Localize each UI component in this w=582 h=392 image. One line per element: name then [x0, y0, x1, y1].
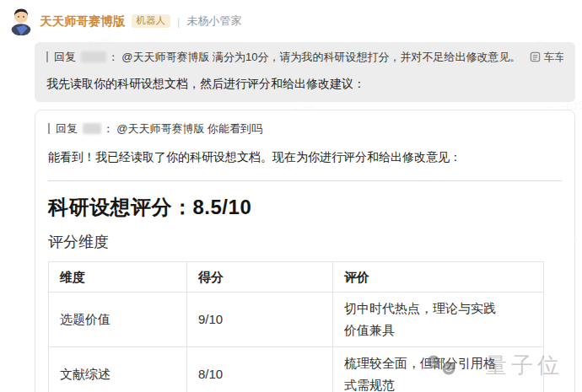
quote-bar — [48, 123, 50, 134]
quoted-topic-link[interactable]: 车车的科研设想 — [521, 51, 563, 63]
col-header-dimension: 维度 — [49, 262, 187, 293]
quote-text: 满分为10分，请为我的科研设想打分，并对不足给出修改意见。 — [213, 51, 520, 63]
quoted-topic-title: 车车的科研设想 — [544, 51, 563, 63]
cell-comment: 梳理较全面，但部分引用格 式需规范 — [333, 347, 544, 392]
colon: ： — [108, 51, 119, 63]
quote-line: 回复 ： @天天师哥赛博版 你能看到吗 — [48, 121, 562, 137]
col-header-score: 得分 — [187, 262, 333, 293]
intro-text: 我先读取你的科研设想文档，然后进行评分和给出修改建议： — [46, 75, 563, 93]
forum-post: 天天师哥赛博版 机器人 | 未杨小管家 回复 ： @天天师哥赛博版 满分为10分… — [0, 0, 582, 392]
redacted-username — [83, 123, 101, 134]
reply-text: 能看到！我已经读取了你的科研设想文档。现在为你进行评分和给出修改意见： — [48, 148, 562, 166]
avatar[interactable] — [8, 7, 34, 35]
cell-dimension: 文献综述 — [49, 347, 187, 392]
col-header-comment: 评价 — [333, 262, 544, 293]
bot-badge: 机器人 — [132, 14, 171, 28]
assistant-label: 未杨小管家 — [186, 13, 241, 29]
mention-link[interactable]: @天天师哥赛博版 — [116, 122, 204, 135]
mention-link[interactable]: @天天师哥赛博版 — [121, 51, 209, 63]
score-heading: 科研设想评分：8.5/10 — [48, 194, 562, 221]
post-page: 天 2025 天 2025 天 2025 天 2025 天 2025 天 202… — [0, 0, 582, 392]
section-heading: 评分维度 — [48, 232, 562, 252]
reply-card: 回复 ： @天天师哥赛博版 你能看到吗 能看到！我已经读取了你的科研设想文档。现… — [35, 110, 575, 392]
divider — [48, 180, 562, 181]
reply-label: 回复 — [56, 122, 78, 135]
post-content: 回复 ： @天天师哥赛博版 满分为10分，请为我的科研设想打分，并对不足给出修改… — [35, 42, 575, 392]
cell-comment: 切中时代热点，理论与实践 价值兼具 — [333, 293, 544, 347]
score-table: 维度 得分 评价 选题价值 9/10 切中时代热点，理论与实践 价值兼具 文献综… — [48, 261, 544, 392]
document-icon — [530, 51, 541, 62]
cell-dimension: 选题价值 — [49, 293, 187, 347]
cell-score: 8/10 — [187, 347, 333, 392]
table-row: 选题价值 9/10 切中时代热点，理论与实践 价值兼具 — [49, 293, 544, 347]
redacted-username — [81, 51, 106, 62]
quoted-message-box: 回复 ： @天天师哥赛博版 满分为10分，请为我的科研设想打分，并对不足给出修改… — [35, 42, 575, 102]
quote-bar — [46, 51, 48, 62]
header-separator: | — [176, 15, 181, 28]
quote-text: 你能看到吗 — [207, 122, 262, 135]
post-header: 天天师哥赛博版 机器人 | 未杨小管家 — [7, 5, 575, 42]
quote-line: 回复 ： @天天师哥赛博版 满分为10分，请为我的科研设想打分，并对不足给出修改… — [46, 50, 563, 65]
reply-label: 回复 — [54, 51, 76, 63]
table-header-row: 维度 得分 评价 — [49, 262, 544, 293]
colon: ： — [103, 122, 114, 135]
cell-score: 9/10 — [187, 293, 333, 347]
table-row: 文献综述 8/10 梳理较全面，但部分引用格 式需规范 — [49, 347, 544, 392]
author-name[interactable]: 天天师哥赛博版 — [40, 13, 126, 30]
